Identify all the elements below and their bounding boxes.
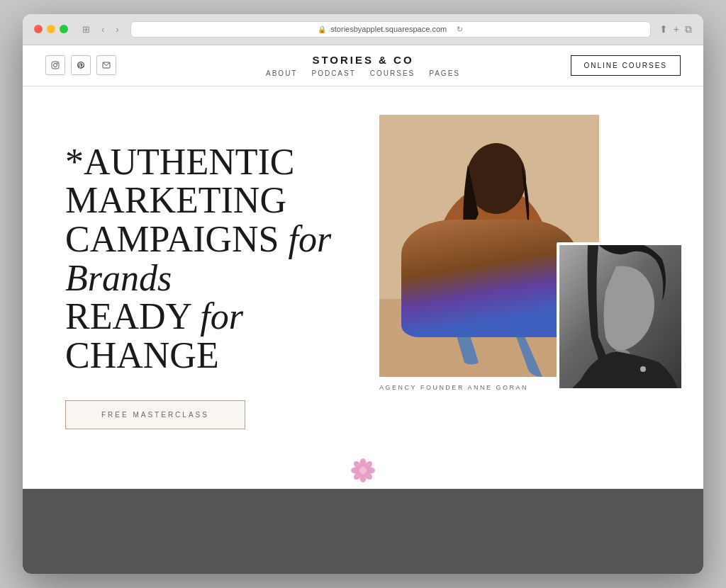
browser-actions: ⬆ + ⧉ [659,23,692,35]
svg-point-11 [640,366,646,372]
reload-icon[interactable]: ↻ [457,25,463,34]
browser-titlebar: ⊞ ‹ › 🔒 storiesbyapplet.squarespace.com … [23,14,703,45]
free-masterclass-button[interactable]: FREE MASTERCLASS [65,400,245,429]
maximize-dot[interactable] [60,25,68,33]
website-content: STORIES & CO ABOUT PODCAST COURSES PAGES… [23,45,703,575]
headline-line1: *AUTHENTIC MARKETING [65,142,295,221]
header-center: STORIES & CO ABOUT PODCAST COURSES PAGES [266,54,460,77]
new-tab-icon[interactable]: + [674,23,679,35]
browser-dots [34,25,68,33]
hero-images: AGENCY FOUNDER ANNE GORAN [379,115,669,412]
svg-rect-0 [52,62,59,69]
pinterest-icon[interactable] [71,55,91,75]
email-icon[interactable] [96,55,116,75]
svg-point-1 [54,64,57,67]
hero-headline: *AUTHENTIC MARKETING CAMPAIGNS for Brand… [65,143,365,375]
bottom-dark-section [23,489,703,574]
sidebar-toggle-icon[interactable]: ⊞ [79,23,93,36]
online-courses-button[interactable]: ONLINE COURSES [571,55,681,76]
nav-about[interactable]: ABOUT [266,69,297,77]
close-dot[interactable] [34,25,43,33]
browser-window: ⊞ ‹ › 🔒 storiesbyapplet.squarespace.com … [23,14,703,575]
site-nav: ABOUT PODCAST COURSES PAGES [266,69,460,77]
svg-point-20 [359,467,367,474]
back-icon[interactable]: ‹ [99,23,107,36]
hero-secondary-photo [557,242,684,391]
instagram-icon[interactable] [45,55,65,75]
headline-line3: READY [65,296,200,337]
lock-icon: 🔒 [318,26,326,33]
share-icon[interactable]: ⬆ [659,23,668,35]
secondary-photo-visual [559,245,681,388]
flower-icon [350,458,376,489]
minimize-dot[interactable] [47,25,55,33]
forward-icon[interactable]: › [113,23,121,36]
headline-line4: CHANGE [65,335,219,375]
svg-point-2 [57,63,57,64]
nav-podcast[interactable]: PODCAST [311,69,355,77]
photo-caption: AGENCY FOUNDER ANNE GORAN [379,384,528,391]
hero-text: *AUTHENTIC MARKETING CAMPAIGNS for Brand… [65,115,379,430]
tabs-icon[interactable]: ⧉ [685,23,692,35]
nav-courses[interactable]: COURSES [370,69,415,77]
headline-line2: CAMPAIGNS [65,219,289,259]
site-header: STORIES & CO ABOUT PODCAST COURSES PAGES… [23,45,703,86]
nav-pages[interactable]: PAGES [429,69,460,77]
headline-italic2: for [200,296,243,337]
flower-divider [23,451,703,489]
address-bar[interactable]: 🔒 storiesbyapplet.squarespace.com ↻ [130,21,651,38]
header-social-links [45,55,116,75]
site-title: STORIES & CO [266,54,460,66]
hero-section: *AUTHENTIC MARKETING CAMPAIGNS for Brand… [23,86,703,451]
browser-controls: ⊞ ‹ › [79,23,122,36]
url-text: storiesbyapplet.squarespace.com [330,25,447,33]
